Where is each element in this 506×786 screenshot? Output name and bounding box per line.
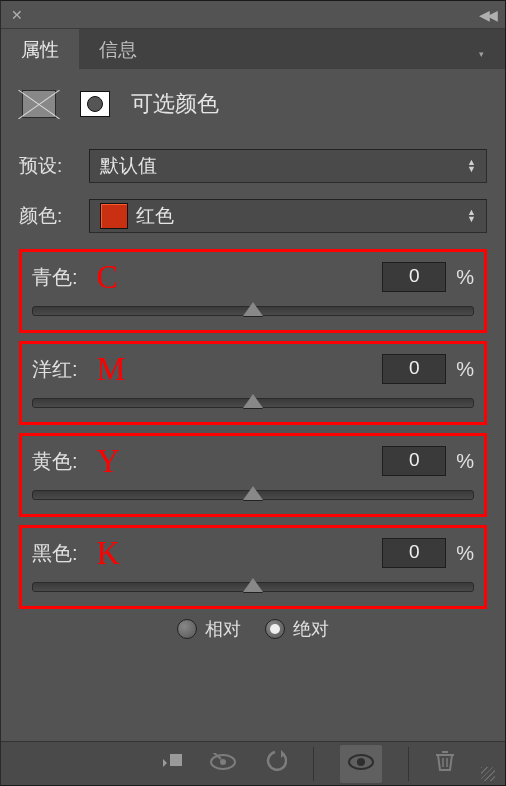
- resize-handle-icon[interactable]: [481, 767, 495, 781]
- tab-info[interactable]: 信息: [79, 29, 157, 69]
- absolute-label: 绝对: [293, 617, 329, 641]
- magenta-unit: %: [456, 358, 474, 381]
- magenta-annotation-letter: M: [97, 350, 126, 388]
- relative-label: 相对: [205, 617, 241, 641]
- collapse-icon[interactable]: ◀◀: [479, 7, 495, 23]
- magenta-label: 洋红:: [32, 356, 90, 383]
- trash-icon[interactable]: [435, 750, 455, 778]
- yellow-value-input[interactable]: 0: [382, 446, 446, 476]
- close-icon[interactable]: ✕: [11, 7, 23, 23]
- cyan-value-input[interactable]: 0: [382, 262, 446, 292]
- method-radio-group: 相对 绝对: [19, 617, 487, 641]
- black-annotation-letter: K: [97, 534, 120, 572]
- panel-footer: [1, 741, 505, 785]
- slider-thumb-icon[interactable]: [243, 302, 263, 316]
- yellow-unit: %: [456, 450, 474, 473]
- black-slider[interactable]: [32, 582, 474, 592]
- slider-thumb-icon[interactable]: [243, 486, 263, 500]
- preset-label: 预设:: [19, 153, 77, 179]
- layer-mask-icon[interactable]: [75, 87, 115, 121]
- svg-point-2: [220, 759, 226, 765]
- color-swatch: [100, 203, 128, 229]
- chevron-updown-icon: ▲▼: [467, 209, 476, 223]
- chevron-updown-icon: ▲▼: [467, 159, 476, 173]
- view-previous-icon[interactable]: [209, 751, 237, 777]
- yellow-annotation-letter: Y: [97, 442, 120, 480]
- panel-topbar: ✕ ◀◀: [1, 1, 505, 29]
- magenta-slider[interactable]: [32, 398, 474, 408]
- color-row: 颜色: 红色 ▲▼: [19, 199, 487, 233]
- slider-thumb-icon[interactable]: [243, 578, 263, 592]
- separator: [313, 747, 314, 781]
- black-value-input[interactable]: 0: [382, 538, 446, 568]
- adjustment-type-icon: [19, 87, 59, 121]
- cyan-label: 青色:: [32, 264, 90, 291]
- yellow-slider-group: 黄色: Y 0 %: [19, 433, 487, 517]
- black-label: 黑色:: [32, 540, 90, 567]
- separator: [408, 747, 409, 781]
- color-value: 红色: [136, 203, 174, 229]
- panel-content: 可选颜色 预设: 默认值 ▲▼ 颜色: 红色 ▲▼ 青色: C: [1, 69, 505, 741]
- yellow-slider[interactable]: [32, 490, 474, 500]
- slider-thumb-icon[interactable]: [243, 394, 263, 408]
- cyan-annotation-letter: C: [97, 258, 119, 296]
- magenta-value-input[interactable]: 0: [382, 354, 446, 384]
- magenta-slider-group: 洋红: M 0 %: [19, 341, 487, 425]
- properties-panel: ✕ ◀◀ 属性 信息 可选颜色 预设: 默认值 ▲▼ 颜色: 红色: [0, 0, 506, 786]
- color-select[interactable]: 红色 ▲▼: [89, 199, 487, 233]
- svg-rect-0: [170, 754, 182, 766]
- color-label: 颜色:: [19, 203, 77, 229]
- radio-icon: [265, 619, 285, 639]
- adjustment-title: 可选颜色: [131, 89, 219, 119]
- cyan-slider[interactable]: [32, 306, 474, 316]
- preset-row: 预设: 默认值 ▲▼: [19, 149, 487, 183]
- black-unit: %: [456, 542, 474, 565]
- tab-properties[interactable]: 属性: [1, 29, 79, 69]
- absolute-radio[interactable]: 绝对: [265, 617, 329, 641]
- black-slider-group: 黑色: K 0 %: [19, 525, 487, 609]
- relative-radio[interactable]: 相对: [177, 617, 241, 641]
- clip-to-layer-icon[interactable]: [161, 751, 183, 777]
- preset-value: 默认值: [100, 153, 157, 179]
- adjustment-header: 可选颜色: [19, 87, 487, 121]
- radio-icon: [177, 619, 197, 639]
- reset-icon[interactable]: [263, 750, 287, 778]
- panel-menu-icon[interactable]: [469, 29, 493, 69]
- cyan-unit: %: [456, 266, 474, 289]
- svg-point-4: [357, 758, 365, 766]
- yellow-label: 黄色:: [32, 448, 90, 475]
- visibility-toggle-icon[interactable]: [340, 745, 382, 783]
- cyan-slider-group: 青色: C 0 %: [19, 249, 487, 333]
- preset-select[interactable]: 默认值 ▲▼: [89, 149, 487, 183]
- tab-bar: 属性 信息: [1, 29, 505, 69]
